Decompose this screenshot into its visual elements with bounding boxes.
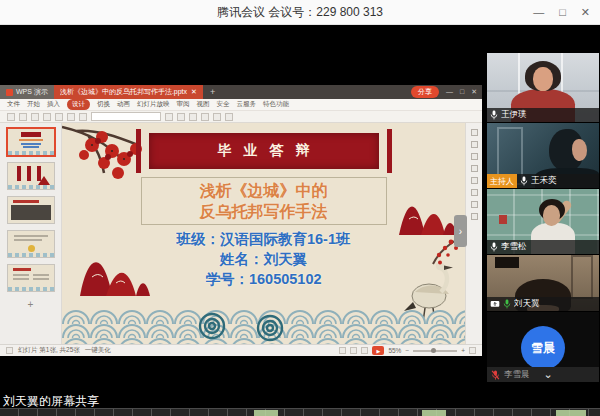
side-tool-button[interactable] [471,201,478,208]
view-reading-button[interactable] [361,347,368,354]
close-icon[interactable]: ✕ [581,7,590,18]
minimize-icon[interactable]: — [533,7,544,18]
menu-security[interactable]: 安全 [217,100,230,109]
menu-cloud[interactable]: 云服务 [237,100,257,109]
toolbar-button[interactable] [31,113,39,121]
toolbar-button[interactable] [79,113,87,121]
toolbar-button[interactable] [7,113,15,121]
panel-expand-button[interactable]: › [454,215,467,247]
menu-transitions[interactable]: 切换 [97,100,110,109]
participant-video-3[interactable]: 李雪松 [487,189,599,254]
side-tool-button[interactable] [471,165,478,172]
side-tool-button[interactable] [471,141,478,148]
slide-thumbnail-5[interactable] [8,265,54,291]
status-icon [6,347,13,354]
toolbar-button[interactable] [19,113,27,121]
mic-on-icon [490,110,498,120]
side-tool-button[interactable] [471,129,478,136]
toolbar-button[interactable] [201,113,209,121]
side-tool-button[interactable] [471,213,478,220]
menu-review[interactable]: 审阅 [177,100,190,109]
wps-titlebar-right: 分享 — □ ✕ [411,85,482,99]
toolbar-button[interactable] [189,113,197,121]
wps-document-tab[interactable]: 浅析《边城》中的反乌托邦写作手法.pptx ✕ [54,85,203,99]
banner-left-bar [136,129,141,173]
participant-video-5[interactable]: 雪晨 李雪晨 ⌄ [487,312,599,382]
menu-slideshow[interactable]: 幻灯片放映 [137,100,170,109]
wps-tabbar: WPS 演示 浅析《边城》中的反乌托邦写作手法.pptx ✕ + 分享 — □ … [0,85,482,99]
participant-namebar: 主持人 王禾奕 [487,174,599,188]
wave-pattern-art [62,310,465,344]
participant-name: 李雪晨 [504,369,530,381]
slide-thumbnail-4[interactable] [8,231,54,257]
mic-on-icon [520,176,528,186]
wps-maximize-icon[interactable]: □ [460,88,464,96]
toolbar-button[interactable] [177,113,185,121]
participant-name: 刘天翼 [514,298,540,310]
toolbar-button[interactable] [213,113,221,121]
font-selector[interactable] [91,112,161,121]
wps-home-tab[interactable]: WPS 演示 [0,85,54,99]
wps-share-button[interactable]: 分享 [411,86,439,98]
taskbar-strip [0,408,600,416]
wps-minimize-icon[interactable]: — [446,88,453,96]
participant-video-1[interactable]: 王伊璞 [487,53,599,122]
maximize-icon[interactable]: □ [559,7,566,18]
tab-close-icon[interactable]: ✕ [191,88,197,96]
toolbar-button[interactable] [55,113,63,121]
fit-slide-button[interactable] [469,347,476,354]
view-normal-button[interactable] [339,347,346,354]
wps-document-tab-label: 浅析《边城》中的反乌托邦写作手法.pptx [60,87,187,97]
mic-on-icon [490,242,498,252]
menu-view[interactable]: 视图 [197,100,210,109]
add-slide-button[interactable]: + [8,299,54,310]
participant-namebar: 王伊璞 [487,108,599,122]
toolbar-button[interactable] [225,113,233,121]
window-controls: — □ ✕ [533,0,590,25]
zoom-slider[interactable] [413,350,457,352]
toolbar-button[interactable] [165,113,173,121]
slideshow-play-button[interactable]: ▶ [372,346,384,355]
taskbar-segment [422,410,446,416]
zoom-out-button[interactable]: − [405,347,409,354]
menu-home[interactable]: 开始 [27,100,40,109]
slide-thumbnail-3[interactable] [8,197,54,223]
participant-name: 王禾奕 [531,175,557,187]
menu-insert[interactable]: 插入 [47,100,60,109]
slide-title-line1: 浅析《边城》中的 [142,180,386,201]
wps-presentation-window: WPS 演示 浅析《边城》中的反乌托邦写作手法.pptx ✕ + 分享 — □ … [0,85,482,356]
slide-thumbnail-1[interactable] [8,129,54,155]
wps-toolbar [0,111,482,123]
participant-name: 李雪松 [501,241,527,253]
toolbar-button[interactable] [43,113,51,121]
side-tool-button[interactable] [471,153,478,160]
menu-design[interactable]: 设计 [67,99,90,110]
wps-close-icon[interactable]: ✕ [471,88,477,96]
menu-special[interactable]: 特色功能 [263,100,289,109]
slide-thumbnail-2[interactable] [8,163,54,189]
toolbar-button[interactable] [67,113,75,121]
slide-counter: 幻灯片 第1张, 共25张 [18,346,80,355]
chevron-down-icon[interactable]: ⌄ [544,369,553,380]
mic-muted-icon [491,370,500,380]
screen-sharing-icon [490,300,500,309]
shared-screen-region: WPS 演示 浅析《边城》中的反乌托邦写作手法.pptx ✕ + 分享 — □ … [0,25,482,416]
slide-title-line2: 反乌托邦写作手法 [142,201,386,222]
zoom-in-button[interactable]: + [461,347,465,354]
participant-namebar: 李雪晨 ⌄ [487,367,599,382]
meeting-window: 腾讯会议 会议号：229 800 313 — □ ✕ WPS 演示 浅析《边城》… [0,0,600,416]
menu-animation[interactable]: 动画 [117,100,130,109]
beautify-button[interactable]: 一键美化 [85,346,111,355]
side-tool-button[interactable] [471,189,478,196]
side-tool-button[interactable] [471,177,478,184]
menu-file[interactable]: 文件 [7,100,20,109]
zoom-slider-knob[interactable] [431,348,436,353]
view-sorter-button[interactable] [350,347,357,354]
banner-right-bar [387,129,392,173]
wps-menubar: 文件 开始 插入 设计 切换 动画 幻灯片放映 审阅 视图 安全 云服务 特色功… [0,99,482,111]
wps-home-tab-label: WPS 演示 [16,87,48,97]
participant-video-2[interactable]: 主持人 王禾奕 [487,123,599,188]
new-tab-button[interactable]: + [203,85,222,99]
meeting-title: 腾讯会议 会议号：229 800 313 [217,4,383,21]
participant-video-4[interactable]: 刘天翼 [487,255,599,311]
